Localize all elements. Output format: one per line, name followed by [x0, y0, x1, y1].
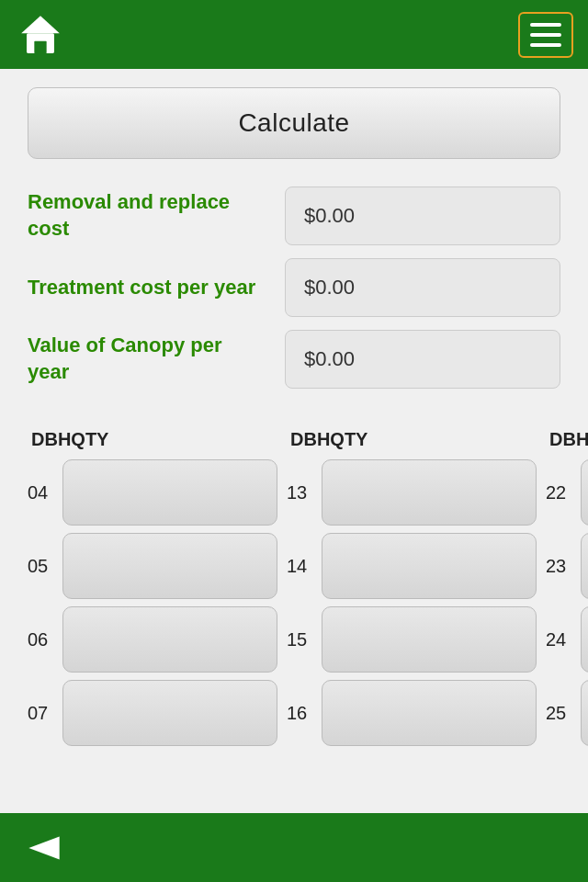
- dbh-col-2: DBHQTY 13 14 15 16: [287, 429, 537, 753]
- menu-line-1: [530, 23, 561, 27]
- dbh-label-14: 14: [287, 556, 316, 577]
- dbh-row-14: 14: [287, 533, 537, 599]
- dbh-row-07: 07: [28, 680, 277, 746]
- dbh-label-04: 04: [28, 482, 57, 503]
- dbh-input-23[interactable]: [581, 533, 588, 599]
- svg-rect-2: [34, 40, 46, 52]
- dbh-label-16: 16: [287, 703, 316, 724]
- dbh-label-25: 25: [546, 703, 575, 724]
- dbh-input-14[interactable]: [322, 533, 537, 599]
- removal-replace-label: Removal and replace cost: [28, 189, 266, 242]
- dbh-label-22: 22: [546, 482, 575, 503]
- dbh-row-05: 05: [28, 533, 277, 599]
- dbh-row-04: 04: [28, 459, 277, 526]
- dbh-row-16: 16: [287, 680, 537, 746]
- canopy-value-value: $0.00: [285, 330, 560, 389]
- dbh-input-25[interactable]: [581, 680, 588, 746]
- back-button[interactable]: [18, 822, 69, 873]
- main-content: Calculate Removal and replace cost $0.00…: [0, 69, 588, 813]
- dbh-input-22[interactable]: [581, 459, 588, 526]
- dbh-input-15[interactable]: [322, 606, 537, 673]
- dbh-col-3: DBHQTY 22 23 24 25: [546, 429, 588, 753]
- menu-line-2: [530, 33, 561, 37]
- dbh-input-07[interactable]: [62, 680, 277, 746]
- dbh-input-04[interactable]: [62, 459, 277, 526]
- result-row-treatment: Treatment cost per year $0.00: [28, 258, 560, 317]
- dbh-col-1-header: DBHQTY: [28, 429, 277, 450]
- dbh-row-25: 25: [546, 680, 588, 746]
- treatment-cost-value: $0.00: [285, 258, 560, 317]
- removal-replace-value: $0.00: [285, 187, 560, 245]
- svg-marker-3: [28, 836, 59, 859]
- dbh-input-06[interactable]: [62, 606, 277, 673]
- dbh-row-22: 22: [546, 459, 588, 526]
- svg-marker-0: [21, 16, 60, 33]
- home-button[interactable]: [15, 9, 65, 60]
- dbh-row-13: 13: [287, 459, 537, 526]
- dbh-label-23: 23: [546, 556, 575, 577]
- dbh-label-06: 06: [28, 629, 57, 650]
- dbh-col-3-header: DBHQTY: [546, 429, 588, 450]
- dbh-col-2-header: DBHQTY: [287, 429, 537, 450]
- result-row-canopy: Value of Canopy per year $0.00: [28, 330, 560, 389]
- dbh-label-24: 24: [546, 629, 575, 650]
- dbh-input-05[interactable]: [62, 533, 277, 599]
- menu-line-3: [530, 43, 561, 47]
- dbh-col-1: DBHQTY 04 05 06 07: [28, 429, 277, 753]
- app-header: [0, 0, 588, 69]
- treatment-cost-label: Treatment cost per year: [28, 275, 266, 301]
- dbh-label-07: 07: [28, 703, 57, 724]
- app-footer: [0, 813, 588, 882]
- result-row-removal: Removal and replace cost $0.00: [28, 187, 560, 245]
- results-section: Removal and replace cost $0.00 Treatment…: [28, 187, 560, 401]
- menu-button[interactable]: [518, 12, 573, 58]
- dbh-label-15: 15: [287, 629, 316, 650]
- dbh-label-05: 05: [28, 556, 57, 577]
- dbh-row-06: 06: [28, 606, 277, 673]
- dbh-row-23: 23: [546, 533, 588, 599]
- dbh-input-16[interactable]: [322, 680, 537, 746]
- dbh-columns: DBHQTY 04 05 06 07: [28, 429, 560, 753]
- canopy-value-label: Value of Canopy per year: [28, 333, 266, 385]
- calculate-button[interactable]: Calculate: [28, 87, 560, 159]
- dbh-input-24[interactable]: [581, 606, 588, 673]
- dbh-section: DBHQTY 04 05 06 07: [28, 429, 560, 753]
- calculate-button-wrap: Calculate: [28, 69, 560, 168]
- back-arrow-icon: [21, 825, 67, 871]
- dbh-row-15: 15: [287, 606, 537, 673]
- dbh-label-13: 13: [287, 482, 316, 503]
- dbh-row-24: 24: [546, 606, 588, 673]
- home-icon: [17, 12, 63, 58]
- dbh-input-13[interactable]: [322, 459, 537, 526]
